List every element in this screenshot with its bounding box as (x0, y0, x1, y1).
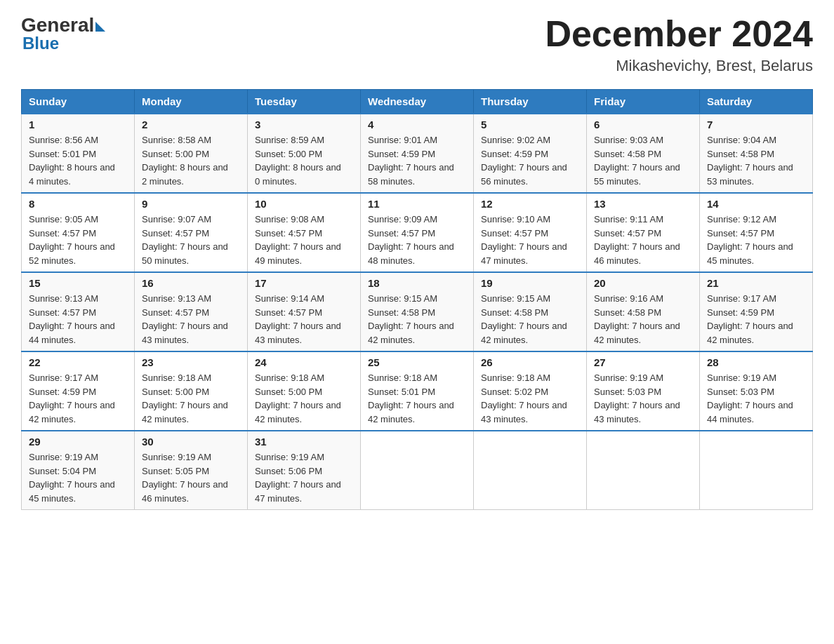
col-tuesday: Tuesday (248, 90, 361, 114)
day-info: Sunrise: 9:17 AMSunset: 4:59 PMDaylight:… (29, 371, 127, 426)
day-number: 24 (255, 356, 353, 368)
day-info: Sunrise: 8:58 AMSunset: 5:00 PMDaylight:… (142, 133, 240, 188)
calendar-cell: 17Sunrise: 9:14 AMSunset: 4:57 PMDayligh… (248, 272, 361, 351)
calendar-week-4: 22Sunrise: 9:17 AMSunset: 4:59 PMDayligh… (22, 351, 813, 431)
day-info: Sunrise: 9:04 AMSunset: 4:58 PMDaylight:… (707, 133, 805, 188)
calendar-cell: 26Sunrise: 9:18 AMSunset: 5:02 PMDayligh… (474, 351, 587, 431)
sunrise-info: Sunrise: 9:15 AM (368, 292, 466, 306)
month-year-title: December 2024 (545, 14, 813, 54)
day-number: 29 (29, 436, 127, 448)
day-info: Sunrise: 9:19 AMSunset: 5:04 PMDaylight:… (29, 450, 127, 505)
col-monday: Monday (135, 90, 248, 114)
day-number: 16 (142, 277, 240, 289)
day-number: 11 (368, 198, 466, 210)
daylight-info-1: Daylight: 7 hours and (481, 161, 579, 175)
daylight-info-2: 46 minutes. (142, 492, 240, 506)
day-number: 30 (142, 436, 240, 448)
day-info: Sunrise: 9:12 AMSunset: 4:57 PMDaylight:… (707, 213, 805, 267)
calendar-cell: 18Sunrise: 9:15 AMSunset: 4:58 PMDayligh… (361, 272, 474, 351)
day-info: Sunrise: 9:18 AMSunset: 5:01 PMDaylight:… (368, 371, 466, 426)
sunrise-info: Sunrise: 9:01 AM (368, 133, 466, 147)
calendar-cell: 6Sunrise: 9:03 AMSunset: 4:58 PMDaylight… (587, 114, 700, 193)
day-info: Sunrise: 9:17 AMSunset: 4:59 PMDaylight:… (707, 292, 805, 347)
sunrise-info: Sunrise: 9:18 AM (142, 371, 240, 385)
calendar-cell (474, 431, 587, 510)
calendar-cell: 24Sunrise: 9:18 AMSunset: 5:00 PMDayligh… (248, 351, 361, 431)
day-number: 27 (594, 356, 692, 368)
daylight-info-1: Daylight: 7 hours and (142, 478, 240, 492)
sunrise-info: Sunrise: 9:09 AM (368, 213, 466, 227)
day-info: Sunrise: 9:13 AMSunset: 4:57 PMDaylight:… (142, 292, 240, 347)
calendar-cell: 1Sunrise: 8:56 AMSunset: 5:01 PMDaylight… (22, 114, 135, 193)
logo: General Blue (21, 14, 105, 53)
sunrise-info: Sunrise: 8:56 AM (29, 133, 127, 147)
sunset-info: Sunset: 5:00 PM (255, 385, 353, 399)
sunset-info: Sunset: 4:59 PM (707, 306, 805, 320)
calendar-cell: 7Sunrise: 9:04 AMSunset: 4:58 PMDaylight… (700, 114, 813, 193)
daylight-info-2: 47 minutes. (255, 492, 353, 506)
calendar-body: 1Sunrise: 8:56 AMSunset: 5:01 PMDaylight… (22, 114, 813, 510)
daylight-info-1: Daylight: 7 hours and (594, 398, 692, 412)
sunset-info: Sunset: 5:04 PM (29, 464, 127, 478)
daylight-info-2: 42 minutes. (707, 333, 805, 347)
sunrise-info: Sunrise: 9:19 AM (255, 450, 353, 464)
daylight-info-2: 43 minutes. (255, 333, 353, 347)
sunset-info: Sunset: 4:59 PM (29, 385, 127, 399)
day-info: Sunrise: 9:19 AMSunset: 5:03 PMDaylight:… (707, 371, 805, 426)
day-number: 14 (707, 198, 805, 210)
daylight-info-2: 52 minutes. (29, 254, 127, 268)
daylight-info-2: 47 minutes. (481, 254, 579, 268)
day-info: Sunrise: 9:07 AMSunset: 4:57 PMDaylight:… (142, 213, 240, 267)
day-number: 23 (142, 356, 240, 368)
calendar-cell: 2Sunrise: 8:58 AMSunset: 5:00 PMDaylight… (135, 114, 248, 193)
day-info: Sunrise: 9:11 AMSunset: 4:57 PMDaylight:… (594, 213, 692, 267)
calendar-cell: 28Sunrise: 9:19 AMSunset: 5:03 PMDayligh… (700, 351, 813, 431)
daylight-info-1: Daylight: 7 hours and (594, 161, 692, 175)
day-info: Sunrise: 8:59 AMSunset: 5:00 PMDaylight:… (255, 133, 353, 188)
daylight-info-2: 42 minutes. (255, 412, 353, 427)
day-info: Sunrise: 9:15 AMSunset: 4:58 PMDaylight:… (368, 292, 466, 347)
day-number: 2 (142, 119, 240, 130)
calendar-table: Sunday Monday Tuesday Wednesday Thursday… (21, 89, 813, 510)
header-row: Sunday Monday Tuesday Wednesday Thursday… (22, 90, 813, 114)
calendar-cell: 16Sunrise: 9:13 AMSunset: 4:57 PMDayligh… (135, 272, 248, 351)
sunrise-info: Sunrise: 9:19 AM (594, 371, 692, 385)
sunset-info: Sunset: 5:03 PM (707, 385, 805, 399)
daylight-info-2: 49 minutes. (255, 254, 353, 268)
daylight-info-1: Daylight: 7 hours and (707, 398, 805, 412)
calendar-cell (587, 431, 700, 510)
day-number: 18 (368, 277, 466, 289)
daylight-info-2: 45 minutes. (707, 254, 805, 268)
calendar-week-5: 29Sunrise: 9:19 AMSunset: 5:04 PMDayligh… (22, 431, 813, 510)
daylight-info-2: 0 minutes. (255, 175, 353, 189)
calendar-cell: 13Sunrise: 9:11 AMSunset: 4:57 PMDayligh… (587, 193, 700, 272)
daylight-info-2: 44 minutes. (29, 333, 127, 347)
calendar-cell: 14Sunrise: 9:12 AMSunset: 4:57 PMDayligh… (700, 193, 813, 272)
day-info: Sunrise: 9:18 AMSunset: 5:00 PMDaylight:… (142, 371, 240, 426)
calendar-cell: 29Sunrise: 9:19 AMSunset: 5:04 PMDayligh… (22, 431, 135, 510)
sunset-info: Sunset: 5:01 PM (368, 385, 466, 399)
daylight-info-2: 58 minutes. (368, 175, 466, 189)
day-info: Sunrise: 8:56 AMSunset: 5:01 PMDaylight:… (29, 133, 127, 188)
daylight-info-2: 42 minutes. (29, 412, 127, 427)
day-number: 3 (255, 119, 353, 130)
calendar-cell: 22Sunrise: 9:17 AMSunset: 4:59 PMDayligh… (22, 351, 135, 431)
col-friday: Friday (587, 90, 700, 114)
calendar-cell: 15Sunrise: 9:13 AMSunset: 4:57 PMDayligh… (22, 272, 135, 351)
sunrise-info: Sunrise: 9:04 AM (707, 133, 805, 147)
sunset-info: Sunset: 4:57 PM (707, 227, 805, 241)
calendar-week-3: 15Sunrise: 9:13 AMSunset: 4:57 PMDayligh… (22, 272, 813, 351)
calendar-cell (700, 431, 813, 510)
sunset-info: Sunset: 5:03 PM (594, 385, 692, 399)
calendar-cell: 19Sunrise: 9:15 AMSunset: 4:58 PMDayligh… (474, 272, 587, 351)
daylight-info-1: Daylight: 8 hours and (255, 161, 353, 175)
sunset-info: Sunset: 5:02 PM (481, 385, 579, 399)
daylight-info-1: Daylight: 7 hours and (29, 319, 127, 333)
day-info: Sunrise: 9:09 AMSunset: 4:57 PMDaylight:… (368, 213, 466, 267)
daylight-info-1: Daylight: 7 hours and (255, 398, 353, 412)
col-wednesday: Wednesday (361, 90, 474, 114)
day-number: 31 (255, 436, 353, 448)
daylight-info-1: Daylight: 7 hours and (368, 319, 466, 333)
sunrise-info: Sunrise: 9:18 AM (255, 371, 353, 385)
day-number: 25 (368, 356, 466, 368)
